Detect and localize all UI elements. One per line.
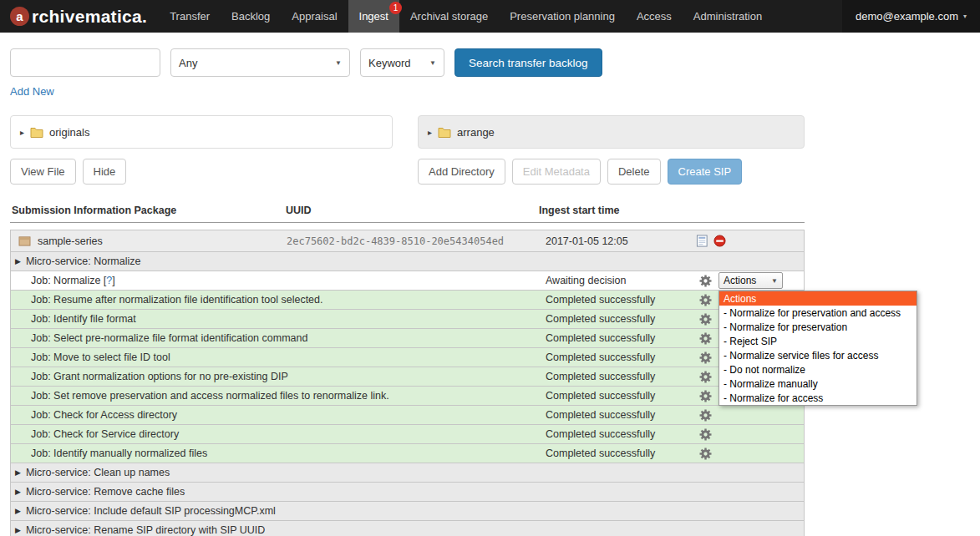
menu-item-reject-sip[interactable]: - Reject SIP: [719, 334, 917, 348]
arrange-label: arrange: [457, 126, 495, 139]
expand-triangle-icon: ▶: [15, 488, 21, 496]
menu-item-normalize-preservation-access[interactable]: - Normalize for preservation and access: [719, 306, 917, 320]
job-row-normalize: Job: Normalize [?] Awaiting decision Act…: [11, 271, 804, 291]
microservice-row-remove-cache-files[interactable]: ▶ Micro-service: Remove cache files: [11, 483, 804, 502]
nav-label: Preservation planning: [510, 10, 615, 23]
sip-row-actions: [693, 235, 804, 247]
add-directory-button[interactable]: Add Directory: [418, 159, 505, 185]
search-mode-select[interactable]: Keyword ▼: [360, 48, 444, 77]
microservice-label: Micro-service: Include default SIP proce…: [26, 505, 276, 517]
job-name: Job: Set remove preservation and access …: [11, 390, 540, 402]
select-caret-icon: ▼: [429, 59, 436, 67]
job-row: Job: Check for Access directory Complete…: [11, 406, 804, 425]
microservice-row-rename-sip-directory[interactable]: ▶ Micro-service: Rename SIP directory wi…: [11, 521, 804, 536]
table-body: sample-series 2ec75602-bd2c-4839-8510-20…: [10, 230, 805, 536]
job-name: Job: Move to select file ID tool: [11, 351, 540, 363]
edit-metadata-button[interactable]: Edit Metadata: [512, 159, 601, 185]
gear-icon[interactable]: [699, 332, 712, 345]
view-file-button[interactable]: View File: [10, 159, 76, 185]
selected-field: Any: [179, 57, 197, 69]
menu-item-normalize-service-files[interactable]: - Normalize service files for access: [719, 348, 917, 362]
nav-appraisal[interactable]: Appraisal: [281, 0, 348, 33]
gear-icon[interactable]: [699, 275, 712, 287]
remove-sip-icon[interactable]: [713, 235, 726, 247]
gear-icon[interactable]: [699, 371, 712, 383]
menu-item-normalize-preservation[interactable]: - Normalize for preservation: [719, 320, 917, 334]
nav-ingest[interactable]: Ingest 1: [348, 0, 399, 33]
gear-icon[interactable]: [699, 390, 712, 402]
job-status: Completed successfully: [540, 294, 693, 306]
user-email: demo@example.com: [856, 10, 958, 23]
job-status: Completed successfully: [540, 332, 693, 344]
actions-menu-header[interactable]: Actions: [719, 291, 917, 306]
job-status: Completed successfully: [540, 448, 693, 459]
job-name: Job: Check for Service directory: [11, 428, 540, 440]
nav-archival-storage[interactable]: Archival storage: [399, 0, 499, 33]
menu-item-do-not-normalize[interactable]: - Do not normalize: [719, 362, 917, 377]
tree-caret-icon[interactable]: ▸: [428, 128, 432, 137]
job-name-text: Job: Normalize [: [31, 275, 106, 286]
file-toolbar: View File Hide Add Directory Edit Metada…: [10, 159, 980, 185]
arrange-panel[interactable]: ▸ arrange: [418, 115, 805, 149]
hide-button[interactable]: Hide: [83, 159, 127, 185]
sip-name[interactable]: sample-series: [38, 235, 103, 247]
chevron-down-icon: ▾: [963, 13, 967, 20]
job-status: Completed successfully: [540, 428, 693, 440]
microservice-label: Micro-service: Remove cache files: [26, 486, 185, 498]
nav-access[interactable]: Access: [626, 0, 683, 33]
actions-select[interactable]: Actions ▼: [718, 272, 783, 289]
nav-transfer[interactable]: Transfer: [159, 0, 221, 33]
job-name: Job: Select pre-normalize file format id…: [11, 332, 540, 344]
sip-row: sample-series 2ec75602-bd2c-4839-8510-20…: [11, 230, 804, 252]
gear-icon[interactable]: [699, 448, 712, 460]
job-actions-cell: [693, 428, 804, 441]
menu-item-normalize-access[interactable]: - Normalize for access: [719, 391, 917, 405]
search-input[interactable]: [10, 48, 160, 77]
add-new-link[interactable]: Add New: [10, 85, 54, 98]
job-status: Awaiting decision: [540, 275, 693, 286]
job-name: Job: Grant normalization options for no …: [11, 371, 540, 382]
delete-button[interactable]: Delete: [607, 159, 661, 185]
gear-icon[interactable]: [699, 351, 712, 364]
job-actions-cell: [693, 448, 804, 460]
originals-label: originals: [49, 126, 89, 139]
sip-uuid: 2ec75602-bd2c-4839-8510-20e5434054ed: [287, 235, 540, 247]
user-menu[interactable]: demo@example.com ▾: [842, 0, 980, 33]
job-name: Job: Identify file format: [11, 313, 540, 325]
gear-icon[interactable]: [699, 313, 712, 326]
search-field-select[interactable]: Any ▼: [170, 48, 350, 77]
job-name: Job: Check for Access directory: [11, 409, 540, 421]
microservice-row-normalize[interactable]: ▶ Micro-service: Normalize: [11, 252, 804, 271]
gear-icon[interactable]: [699, 294, 712, 306]
nav-preservation-planning[interactable]: Preservation planning: [499, 0, 626, 33]
tree-caret-icon[interactable]: ▸: [20, 128, 24, 137]
nav-label: Transfer: [170, 10, 210, 23]
job-name-text: ]: [112, 275, 114, 286]
menu-item-normalize-manually[interactable]: - Normalize manually: [719, 377, 917, 391]
gear-icon[interactable]: [699, 428, 712, 441]
microservice-row-include-default-processingmcp[interactable]: ▶ Micro-service: Include default SIP pro…: [11, 502, 804, 521]
microservice-row-clean-up-names[interactable]: ▶ Micro-service: Clean up names: [11, 463, 804, 483]
job-actions-cell: [693, 409, 804, 422]
job-row: Job: Grant normalization options for no …: [11, 367, 804, 387]
main-nav: Transfer Backlog Appraisal Ingest 1 Arch…: [159, 0, 773, 33]
metadata-report-icon[interactable]: [696, 235, 708, 247]
folder-icon: [438, 126, 451, 139]
select-caret-icon: ▼: [771, 277, 778, 285]
originals-panel[interactable]: ▸ originals: [10, 115, 393, 149]
job-row: Job: Set remove preservation and access …: [11, 387, 804, 406]
gear-icon[interactable]: [699, 409, 712, 422]
search-transfer-backlog-button[interactable]: Search transfer backlog: [454, 48, 602, 77]
archivematica-logo[interactable]: a rchivematica.: [0, 0, 159, 33]
job-status: Completed successfully: [540, 390, 693, 402]
nav-label: Access: [637, 10, 672, 23]
nav-label: Ingest: [359, 10, 388, 23]
create-sip-button[interactable]: Create SIP: [668, 159, 743, 185]
nav-backlog[interactable]: Backlog: [221, 0, 281, 33]
logo-a-icon: a: [10, 7, 29, 26]
microservice-label: Micro-service: Rename SIP directory with…: [26, 524, 265, 536]
nav-administration[interactable]: Administration: [683, 0, 773, 33]
originals-actions: View File Hide: [10, 159, 393, 185]
sip-table: Submission Information Package UUID Inge…: [10, 205, 805, 536]
microservice-label: Micro-service: Clean up names: [26, 467, 170, 478]
